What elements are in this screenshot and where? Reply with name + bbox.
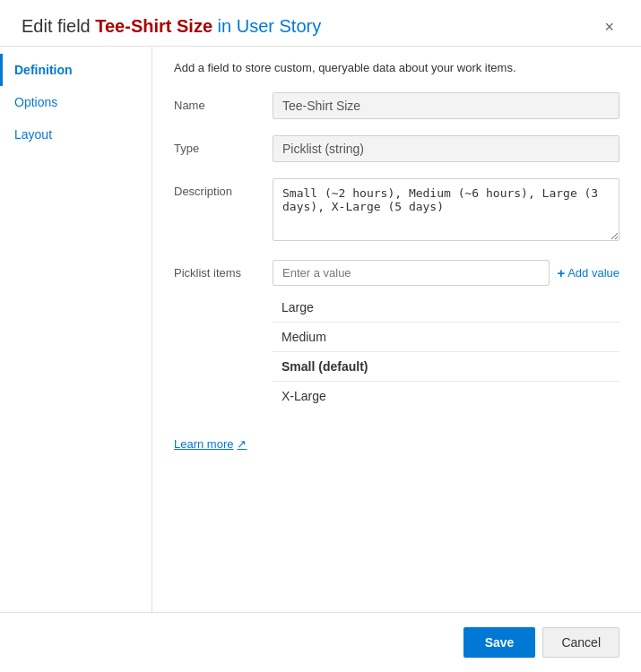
sidebar-item-options[interactable]: Options xyxy=(0,86,152,118)
list-item[interactable]: Large xyxy=(273,293,619,323)
type-row: Type xyxy=(174,135,619,162)
list-item[interactable]: X-Large xyxy=(273,382,619,410)
edit-field-dialog: Edit field Tee-Shirt Size in User Story … xyxy=(0,0,641,672)
learn-more-link[interactable]: Learn more ↗ xyxy=(174,437,619,451)
intro-description: Add a field to store custom, queryable d… xyxy=(174,61,619,74)
description-label: Description xyxy=(174,178,273,198)
picklist-input-row: +Add value xyxy=(273,260,619,286)
type-input[interactable] xyxy=(273,135,619,162)
add-value-label: Add value xyxy=(567,266,619,280)
sidebar-item-layout[interactable]: Layout xyxy=(0,118,152,151)
dialog-body: Definition Options Layout Add a field to… xyxy=(0,47,641,612)
dialog-header: Edit field Tee-Shirt Size in User Story … xyxy=(0,0,641,47)
cancel-button[interactable]: Cancel xyxy=(542,627,619,658)
field-name: Tee-Shirt Size xyxy=(95,16,212,36)
add-value-button[interactable]: +Add value xyxy=(557,265,619,280)
type-control xyxy=(273,135,619,162)
save-button[interactable]: Save xyxy=(463,627,536,658)
list-item[interactable]: Medium xyxy=(273,323,619,352)
picklist-control: +Add value Large Medium Small (default) xyxy=(273,260,619,410)
name-input[interactable] xyxy=(273,92,619,119)
title-story: User Story xyxy=(237,16,321,36)
sidebar-item-definition[interactable]: Definition xyxy=(0,54,152,86)
name-control xyxy=(273,92,619,119)
type-label: Type xyxy=(174,135,273,155)
picklist-entry-input[interactable] xyxy=(273,260,550,286)
main-content: Add a field to store custom, queryable d… xyxy=(152,47,641,612)
description-control: Small (~2 hours), Medium (~6 hours), Lar… xyxy=(273,178,619,244)
name-label: Name xyxy=(174,92,273,112)
title-in: in xyxy=(212,16,237,36)
sidebar: Definition Options Layout xyxy=(0,47,152,612)
picklist-list: Large Medium Small (default) X-Large xyxy=(273,293,619,410)
learn-more-label: Learn more xyxy=(174,437,233,451)
picklist-row: Picklist items +Add value Large Medium xyxy=(174,260,619,410)
plus-icon: + xyxy=(557,265,565,280)
title-prefix: Edit field xyxy=(22,16,95,36)
external-link-icon: ↗ xyxy=(237,437,247,451)
picklist-label: Picklist items xyxy=(174,260,273,280)
description-textarea[interactable]: Small (~2 hours), Medium (~6 hours), Lar… xyxy=(273,178,619,241)
name-row: Name xyxy=(174,92,619,119)
description-row: Description Small (~2 hours), Medium (~6… xyxy=(174,178,619,244)
list-item-default[interactable]: Small (default) xyxy=(273,352,619,382)
close-button[interactable]: × xyxy=(599,17,619,37)
dialog-title: Edit field Tee-Shirt Size in User Story xyxy=(22,16,321,37)
dialog-footer: Save Cancel xyxy=(0,612,641,672)
